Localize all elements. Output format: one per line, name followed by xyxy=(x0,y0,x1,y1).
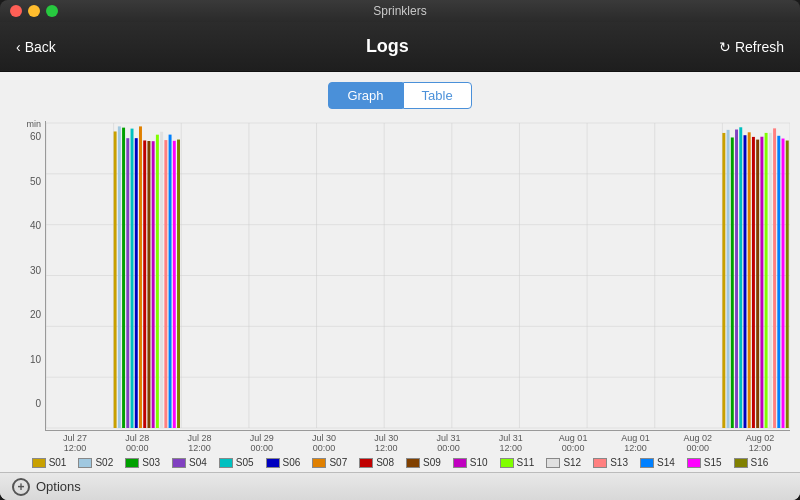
legend-label: S06 xyxy=(283,457,301,468)
x-label-3: Jul 2900:00 xyxy=(232,433,292,453)
maximize-button[interactable] xyxy=(46,5,58,17)
legend-label: S09 xyxy=(423,457,441,468)
back-label: Back xyxy=(25,39,56,55)
legend-label: S14 xyxy=(657,457,675,468)
main-content: Graph Table min 0 10 20 30 40 50 60 xyxy=(0,72,800,500)
legend-label: S10 xyxy=(470,457,488,468)
legend-item: S07 xyxy=(312,457,347,468)
title-bar: Sprinklers xyxy=(0,0,800,22)
legend-swatch xyxy=(546,458,560,468)
legend-item: S15 xyxy=(687,457,722,468)
legend-label: S15 xyxy=(704,457,722,468)
header: ‹ Back Logs ↻ Refresh xyxy=(0,22,800,72)
refresh-button[interactable]: ↻ Refresh xyxy=(719,39,784,55)
x-label-2: Jul 2812:00 xyxy=(170,433,230,453)
legend-item: S06 xyxy=(266,457,301,468)
svg-rect-39 xyxy=(739,127,742,428)
legend-label: S08 xyxy=(376,457,394,468)
legend-item: S08 xyxy=(359,457,394,468)
svg-rect-30 xyxy=(160,132,163,428)
legend-item: S01 xyxy=(32,457,67,468)
page-title: Logs xyxy=(366,36,409,57)
svg-rect-23 xyxy=(131,129,134,428)
x-label-11: Aug 0212:00 xyxy=(730,433,790,453)
legend-label: S03 xyxy=(142,457,160,468)
svg-rect-25 xyxy=(139,126,142,428)
y-axis: min 0 10 20 30 40 50 60 xyxy=(10,121,45,431)
x-label-1: Jul 2800:00 xyxy=(107,433,167,453)
back-chevron-icon: ‹ xyxy=(16,39,21,55)
x-label-10: Aug 0200:00 xyxy=(668,433,728,453)
options-label: Options xyxy=(36,479,81,494)
svg-rect-41 xyxy=(748,132,751,428)
tab-graph[interactable]: Graph xyxy=(328,82,402,109)
svg-rect-46 xyxy=(769,133,772,428)
x-label-4: Jul 3000:00 xyxy=(294,433,354,453)
minimize-button[interactable] xyxy=(28,5,40,17)
legend-label: S01 xyxy=(49,457,67,468)
svg-rect-33 xyxy=(173,141,176,428)
svg-rect-34 xyxy=(177,140,180,428)
svg-rect-31 xyxy=(164,140,167,428)
legend-label: S11 xyxy=(517,457,535,468)
legend-label: S16 xyxy=(751,457,769,468)
svg-rect-22 xyxy=(126,138,129,428)
legend-item: S02 xyxy=(78,457,113,468)
svg-rect-26 xyxy=(143,140,146,428)
y-tick-40: 40 xyxy=(30,220,41,231)
legend-label: S07 xyxy=(329,457,347,468)
chart-area xyxy=(45,121,790,431)
svg-rect-49 xyxy=(782,139,785,428)
legend-swatch xyxy=(312,458,326,468)
svg-rect-40 xyxy=(744,135,747,428)
svg-rect-21 xyxy=(122,128,125,428)
chart-svg xyxy=(46,121,790,430)
svg-rect-42 xyxy=(752,137,755,428)
legend-item: S16 xyxy=(734,457,769,468)
y-axis-label: min xyxy=(26,119,41,129)
svg-rect-44 xyxy=(760,137,763,428)
options-bar[interactable]: + Options xyxy=(0,472,800,500)
legend-swatch xyxy=(406,458,420,468)
svg-rect-43 xyxy=(756,140,759,428)
svg-rect-28 xyxy=(152,141,155,428)
y-tick-50: 50 xyxy=(30,176,41,187)
legend-item: S09 xyxy=(406,457,441,468)
x-label-9: Aug 0112:00 xyxy=(605,433,665,453)
svg-rect-48 xyxy=(777,136,780,428)
svg-rect-36 xyxy=(727,130,730,428)
chart-wrapper: min 0 10 20 30 40 50 60 xyxy=(10,121,790,431)
y-tick-10: 10 xyxy=(30,354,41,365)
x-label-8: Aug 0100:00 xyxy=(543,433,603,453)
legend-item: S11 xyxy=(500,457,535,468)
svg-rect-47 xyxy=(773,128,776,428)
x-label-0: Jul 2712:00 xyxy=(45,433,105,453)
legend-item: S10 xyxy=(453,457,488,468)
legend-swatch xyxy=(219,458,233,468)
tab-table[interactable]: Table xyxy=(403,82,472,109)
svg-rect-35 xyxy=(722,133,725,428)
svg-rect-27 xyxy=(147,141,150,428)
back-button[interactable]: ‹ Back xyxy=(16,39,56,55)
svg-rect-24 xyxy=(135,138,138,428)
legend-swatch xyxy=(172,458,186,468)
legend-swatch xyxy=(453,458,467,468)
legend-label: S12 xyxy=(563,457,581,468)
legend-swatch xyxy=(593,458,607,468)
window-title: Sprinklers xyxy=(373,4,426,18)
svg-rect-29 xyxy=(156,135,159,428)
refresh-icon: ↻ xyxy=(719,39,731,55)
window-controls xyxy=(10,5,58,17)
legend-swatch xyxy=(125,458,139,468)
legend-item: S12 xyxy=(546,457,581,468)
y-tick-30: 30 xyxy=(30,265,41,276)
legend-item: S14 xyxy=(640,457,675,468)
legend-item: S05 xyxy=(219,457,254,468)
legend-label: S05 xyxy=(236,457,254,468)
close-button[interactable] xyxy=(10,5,22,17)
legend-label: S13 xyxy=(610,457,628,468)
refresh-label: Refresh xyxy=(735,39,784,55)
legend-label: S02 xyxy=(95,457,113,468)
y-tick-60: 60 xyxy=(30,131,41,142)
legend-item: S13 xyxy=(593,457,628,468)
